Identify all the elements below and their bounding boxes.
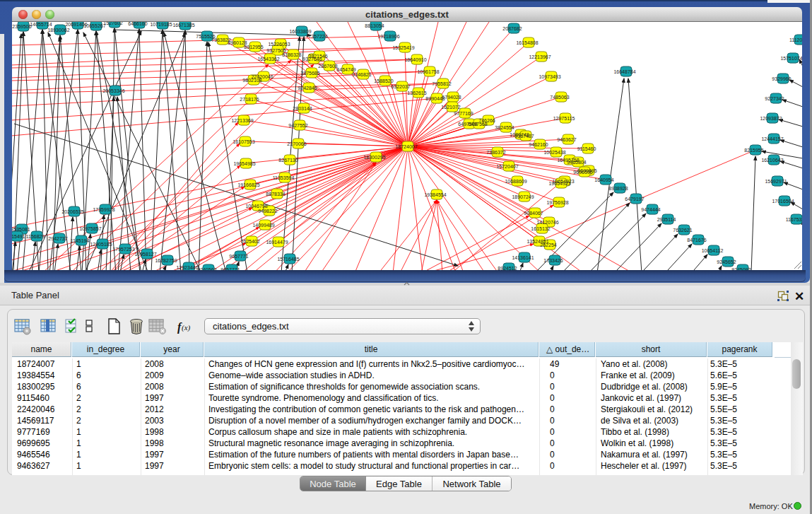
svg-text:14136141: 14136141 [512, 255, 534, 260]
svg-text:9227342: 9227342 [765, 96, 784, 101]
svg-text:6479197: 6479197 [625, 197, 644, 201]
svg-text:12093872: 12093872 [760, 116, 782, 121]
svg-text:252254: 252254 [540, 243, 556, 247]
svg-text:17359928: 17359928 [93, 207, 114, 212]
svg-text:10025438: 10025438 [543, 150, 565, 155]
svg-text:12444157: 12444157 [761, 136, 783, 141]
svg-text:3824554: 3824554 [495, 125, 514, 130]
svg-text:19218906: 19218906 [377, 34, 399, 39]
svg-text:9465804: 9465804 [567, 160, 586, 165]
svg-text:7625402: 7625402 [240, 239, 259, 244]
svg-text:1640954: 1640954 [594, 177, 613, 182]
svg-text:8878334: 8878334 [266, 192, 285, 197]
svg-text:1527602: 1527602 [103, 22, 122, 25]
svg-text:14120746: 14120746 [536, 220, 558, 225]
svg-text:18724007: 18724007 [395, 144, 417, 149]
svg-text:10958127: 10958127 [134, 252, 156, 257]
svg-text:1112042: 1112042 [789, 37, 802, 42]
svg-text:15692971: 15692971 [765, 179, 787, 184]
svg-text:15226053: 15226053 [268, 42, 290, 47]
svg-text:9777169: 9777169 [454, 111, 473, 116]
svg-text:16648784: 16648784 [613, 69, 635, 74]
svg-text:2942737: 2942737 [48, 236, 67, 241]
svg-text:7357224: 7357224 [308, 34, 327, 39]
svg-text:10688609: 10688609 [505, 179, 526, 184]
svg-text:2935114: 2935114 [657, 217, 676, 222]
svg-text:12975115: 12975115 [553, 116, 575, 121]
svg-text:2359506: 2359506 [12, 24, 31, 29]
svg-text:1167531: 1167531 [786, 217, 802, 222]
svg-text:8471676: 8471676 [687, 238, 706, 243]
svg-text:15720407: 15720407 [496, 164, 518, 169]
svg-text:10975857: 10975857 [79, 226, 101, 231]
svg-text:14099489: 14099489 [252, 223, 274, 228]
svg-text:1145194: 1145194 [71, 238, 90, 243]
svg-text:6794028: 6794028 [442, 95, 461, 100]
svg-text:7386372: 7386372 [486, 150, 505, 155]
svg-text:9657771: 9657771 [220, 267, 240, 271]
svg-text:8267130: 8267130 [278, 158, 298, 163]
svg-text:16782759: 16782759 [155, 258, 177, 263]
svg-text:8215955: 8215955 [744, 148, 763, 153]
svg-text:9367487: 9367487 [514, 134, 534, 139]
svg-text:3821546: 3821546 [308, 54, 327, 59]
svg-text:9915491: 9915491 [12, 234, 25, 239]
svg-text:2803144: 2803144 [293, 106, 312, 111]
svg-text:9245092: 9245092 [731, 267, 751, 271]
svg-text:8912955: 8912955 [244, 45, 263, 49]
svg-text:8186328: 8186328 [282, 52, 301, 57]
svg-text:12213369: 12213369 [231, 118, 253, 123]
svg-text:19166825: 19166825 [237, 182, 259, 187]
svg-text:9329966: 9329966 [772, 76, 791, 81]
svg-text:2087682: 2087682 [502, 26, 522, 31]
svg-text:1156829: 1156829 [26, 234, 45, 239]
svg-text:15716485: 15716485 [277, 257, 299, 262]
svg-text:9115460: 9115460 [577, 146, 596, 151]
svg-text:17957253: 17957253 [112, 247, 134, 252]
svg-text:9240562: 9240562 [197, 267, 216, 271]
svg-text:10046798: 10046798 [245, 204, 267, 209]
svg-text:15325419: 15325419 [392, 45, 414, 50]
svg-text:7485063: 7485063 [550, 95, 569, 100]
svg-text:10655267: 10655267 [83, 23, 105, 28]
svg-text:16107553: 16107553 [233, 139, 254, 144]
svg-text:9242848: 9242848 [298, 86, 317, 90]
svg-text:7632621: 7632621 [673, 228, 692, 233]
svg-text:9146821: 9146821 [352, 72, 371, 77]
svg-text:18640910: 18640910 [404, 57, 426, 62]
svg-text:9245652: 9245652 [717, 259, 736, 264]
svg-text:12213967: 12213967 [529, 54, 551, 59]
svg-text:18300295: 18300295 [363, 155, 385, 160]
svg-text:3875685: 3875685 [300, 71, 319, 76]
svg-text:(x): (x) [182, 323, 191, 332]
svg-text:1615132: 1615132 [531, 226, 550, 231]
svg-text:20053346: 20053346 [102, 88, 124, 93]
svg-text:16914479: 16914479 [266, 240, 288, 245]
svg-text:17016504: 17016504 [772, 199, 794, 204]
svg-text:14055714: 14055714 [30, 22, 52, 27]
svg-text:9462160: 9462160 [529, 142, 548, 147]
svg-text:19654923: 19654923 [548, 181, 570, 186]
svg-text:6466160: 6466160 [128, 22, 147, 26]
svg-text:16154808: 16154808 [516, 40, 538, 45]
svg-text:9474444: 9474444 [641, 207, 660, 212]
svg-text:1733426: 1733426 [543, 258, 563, 263]
svg-text:18930062: 18930062 [47, 28, 69, 33]
svg-text:8454749: 8454749 [336, 67, 355, 72]
svg-text:746266: 746266 [478, 118, 495, 123]
svg-text:8813054: 8813054 [365, 23, 384, 28]
svg-text:9427552: 9427552 [288, 123, 307, 128]
svg-text:20206535: 20206535 [61, 209, 83, 214]
svg-text:16671385: 16671385 [172, 23, 194, 28]
svg-text:8535081: 8535081 [12, 227, 30, 232]
svg-text:11353594: 11353594 [273, 175, 295, 180]
svg-text:12923446: 12923446 [176, 265, 198, 270]
svg-text:9084067: 9084067 [524, 211, 543, 216]
svg-text:2867608: 2867608 [318, 64, 337, 69]
svg-text:2170066: 2170066 [287, 141, 306, 146]
svg-text:19756928: 19756928 [546, 200, 568, 205]
svg-text:16210643: 16210643 [761, 158, 783, 163]
svg-text:1362615: 1362615 [407, 90, 426, 95]
svg-text:19384554: 19384554 [424, 192, 446, 197]
svg-text:15751074: 15751074 [780, 56, 802, 61]
